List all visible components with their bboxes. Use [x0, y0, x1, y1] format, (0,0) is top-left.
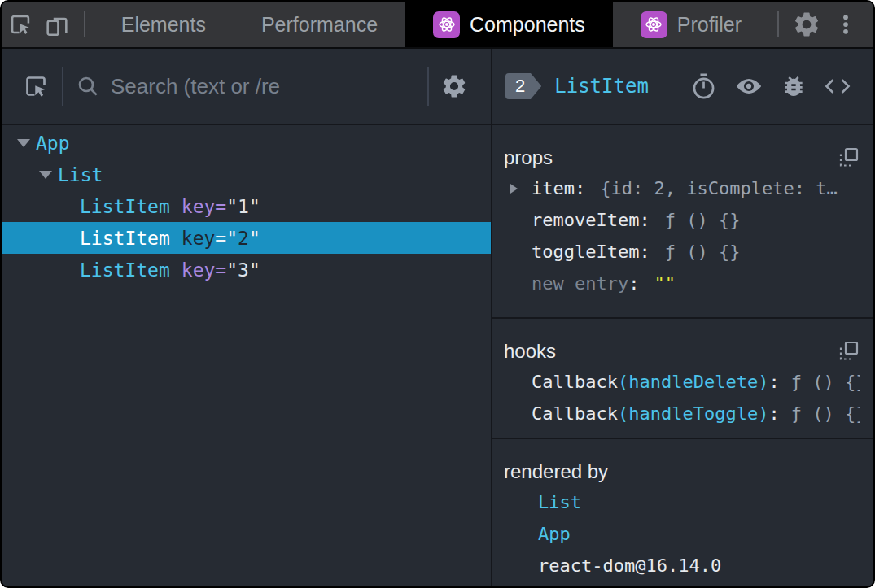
key-attribute: key="3" [182, 259, 260, 281]
react-logo-icon [641, 11, 667, 38]
prop-value: {id: 2, isComplete: t… [600, 178, 837, 198]
view-source-code-icon[interactable] [823, 75, 852, 98]
component-tree-pane: App List ListItem key="1" ListItem key="… [2, 49, 492, 586]
section-title: hooks [504, 340, 556, 363]
rendered-by-section: rendered by List App react-dom@16.14.0 [492, 439, 873, 586]
topbar-right-controls [769, 2, 873, 47]
prop-row-toggleitem[interactable]: toggleItem: ƒ () {} [504, 236, 860, 268]
tab-label: Elements [121, 13, 206, 37]
component-name: List [58, 164, 103, 185]
toolbar-divider [62, 67, 63, 106]
key-attribute: key="1" [182, 196, 260, 217]
inspect-element-icon[interactable] [2, 2, 38, 47]
tab-components[interactable]: Components [405, 2, 613, 47]
new-entry-value[interactable]: "" [654, 273, 676, 294]
expander-down-icon[interactable] [11, 139, 36, 147]
prop-value: ƒ () {} [665, 242, 741, 262]
tab-profiler[interactable]: Profiler [613, 2, 769, 47]
hook-value: ƒ () {} [791, 403, 860, 424]
component-name: App [36, 133, 70, 154]
react-logo-icon [433, 11, 460, 38]
toolbar-divider [777, 11, 779, 37]
expander-right-icon[interactable] [510, 184, 532, 194]
toolbar-divider [84, 11, 85, 37]
toolbar-divider [427, 67, 429, 106]
hooks-header: hooks [504, 319, 860, 366]
tree-item-app[interactable]: App [2, 127, 491, 159]
prop-row-removeitem[interactable]: removeItem: ƒ () {} [504, 204, 860, 236]
hook-row-handletoggle[interactable]: Callback(handleToggle): ƒ () {} [504, 398, 860, 429]
owner-link-app[interactable]: App [504, 518, 860, 550]
tree-settings-gear-icon[interactable] [440, 72, 468, 100]
props-header: props [504, 125, 860, 172]
component-name: ListItem [80, 259, 170, 281]
rendered-by-header: rendered by [504, 439, 860, 486]
suspend-stopwatch-icon[interactable] [690, 72, 717, 101]
prop-row-item[interactable]: item: {id: 2, isComplete: t… [504, 172, 860, 204]
hooks-section: hooks Callback(handleDelete): ƒ () {} [492, 319, 873, 439]
settings-gear-icon[interactable] [787, 2, 826, 47]
key-attribute: key="2" [182, 228, 260, 249]
device-toolbar-icon[interactable] [38, 2, 75, 47]
select-component-icon[interactable] [21, 72, 50, 101]
component-tree: App List ListItem key="1" ListItem key="… [2, 125, 491, 586]
hook-value: ƒ () {} [791, 372, 860, 392]
inspected-element-header: 2 ListItem [492, 49, 873, 125]
component-name: ListItem [80, 196, 170, 217]
tree-item-listitem-1[interactable]: ListItem key="1" [2, 190, 491, 222]
tree-item-list[interactable]: List [2, 159, 491, 190]
log-to-console-bug-icon[interactable] [781, 73, 807, 99]
owners-stack-badge: 2 [505, 73, 541, 99]
tree-item-listitem-2-selected[interactable]: ListItem key="2" [2, 222, 491, 254]
tab-elements[interactable]: Elements [94, 2, 234, 47]
tab-label: Components [470, 13, 585, 37]
kebab-menu-icon[interactable] [826, 2, 865, 47]
inspected-element-pane: 2 ListItem [492, 49, 873, 586]
search-icon [75, 73, 101, 99]
tab-performance[interactable]: Performance [234, 2, 405, 47]
copy-hooks-icon[interactable] [838, 340, 860, 363]
section-title: rendered by [504, 460, 608, 483]
tree-item-listitem-3[interactable]: ListItem key="3" [2, 254, 491, 285]
element-actions [690, 72, 852, 101]
devtools-tab-bar: Elements Performance Components [2, 2, 873, 49]
props-section: props item: {id: 2, isComplete: t… [492, 125, 873, 319]
selected-component-name: ListItem [554, 75, 649, 98]
tab-label: Profiler [677, 13, 742, 37]
devtools-window: Elements Performance Components [0, 0, 875, 588]
component-name: ListItem [80, 228, 170, 249]
prop-value: ƒ () {} [665, 210, 741, 230]
section-title: props [504, 146, 553, 169]
search-input[interactable] [109, 73, 416, 100]
tree-toolbar [2, 49, 491, 125]
expander-down-icon[interactable] [33, 171, 58, 179]
inspect-dom-eye-icon[interactable] [733, 75, 764, 98]
tab-label: Performance [261, 13, 378, 37]
hook-row-handledelete[interactable]: Callback(handleDelete): ƒ () {} [504, 366, 860, 398]
copy-props-icon[interactable] [838, 146, 860, 169]
owner-link-list[interactable]: List [504, 486, 860, 518]
components-panel: App List ListItem key="1" ListItem key="… [2, 49, 873, 586]
renderer-version: react-dom@16.14.0 [504, 550, 860, 581]
prop-row-new-entry[interactable]: new entry: "" [504, 268, 860, 299]
